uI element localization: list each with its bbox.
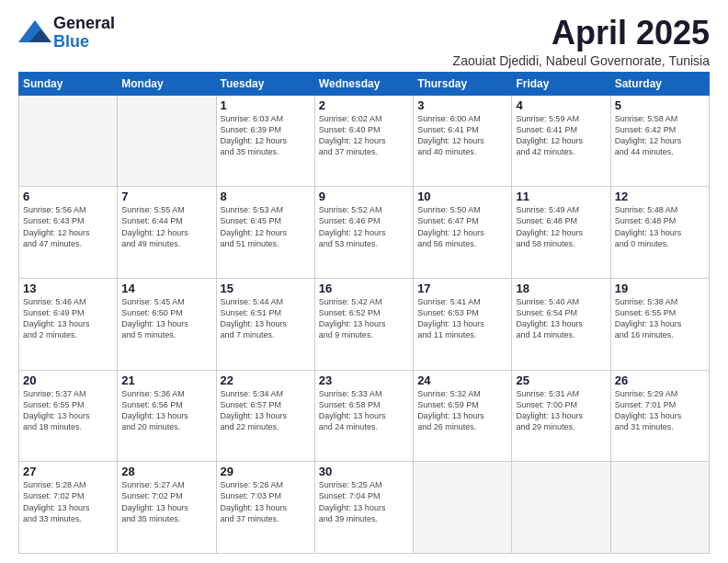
calendar-cell: 13Sunrise: 5:46 AM Sunset: 6:49 PM Dayli…: [19, 278, 118, 370]
page: General Blue April 2025 Zaouiat Djedidi,…: [0, 0, 728, 563]
day-info: Sunrise: 5:52 AM Sunset: 6:46 PM Dayligh…: [319, 204, 409, 249]
day-number: 2: [319, 98, 409, 112]
calendar-cell: 18Sunrise: 5:40 AM Sunset: 6:54 PM Dayli…: [512, 278, 610, 370]
day-number: 28: [121, 465, 211, 478]
day-number: 7: [121, 190, 211, 203]
day-info: Sunrise: 5:44 AM Sunset: 6:51 PM Dayligh…: [221, 296, 311, 341]
header: General Blue April 2025 Zaouiat Djedidi,…: [18, 15, 710, 68]
week-row-5: 27Sunrise: 5:28 AM Sunset: 7:02 PM Dayli…: [19, 462, 710, 554]
logo: General Blue: [18, 15, 115, 52]
day-number: 8: [221, 190, 311, 203]
day-info: Sunrise: 5:29 AM Sunset: 7:01 PM Dayligh…: [615, 388, 705, 433]
calendar-cell: 29Sunrise: 5:26 AM Sunset: 7:03 PM Dayli…: [216, 462, 314, 554]
week-row-1: 1Sunrise: 6:03 AM Sunset: 6:39 PM Daylig…: [19, 95, 710, 187]
calendar-cell: 14Sunrise: 5:45 AM Sunset: 6:50 PM Dayli…: [118, 278, 216, 370]
calendar-cell: 22Sunrise: 5:34 AM Sunset: 6:57 PM Dayli…: [216, 370, 314, 462]
day-info: Sunrise: 5:58 AM Sunset: 6:42 PM Dayligh…: [615, 113, 705, 158]
day-info: Sunrise: 5:48 AM Sunset: 6:48 PM Dayligh…: [615, 204, 705, 249]
day-info: Sunrise: 5:36 AM Sunset: 6:56 PM Dayligh…: [121, 388, 211, 433]
logo-icon: [18, 17, 51, 50]
day-number: 20: [23, 373, 113, 387]
subtitle: Zaouiat Djedidi, Nabeul Governorate, Tun…: [453, 53, 710, 68]
day-number: 18: [516, 282, 606, 295]
day-info: Sunrise: 5:31 AM Sunset: 7:00 PM Dayligh…: [516, 388, 606, 433]
title-block: April 2025 Zaouiat Djedidi, Nabeul Gover…: [453, 15, 710, 68]
day-number: 26: [615, 373, 705, 387]
day-number: 9: [319, 190, 409, 203]
calendar-cell: 21Sunrise: 5:36 AM Sunset: 6:56 PM Dayli…: [118, 370, 216, 462]
calendar-cell: 8Sunrise: 5:53 AM Sunset: 6:45 PM Daylig…: [216, 187, 314, 279]
day-number: 19: [615, 282, 705, 295]
day-number: 25: [516, 373, 606, 387]
day-number: 27: [23, 465, 113, 478]
calendar-cell: 20Sunrise: 5:37 AM Sunset: 6:55 PM Dayli…: [19, 370, 118, 462]
day-number: 4: [516, 98, 606, 112]
day-number: 14: [121, 282, 211, 295]
logo-blue: Blue: [53, 32, 89, 51]
calendar-header-row: Sunday Monday Tuesday Wednesday Thursday…: [19, 72, 710, 95]
week-row-2: 6Sunrise: 5:56 AM Sunset: 6:43 PM Daylig…: [19, 187, 710, 279]
week-row-3: 13Sunrise: 5:46 AM Sunset: 6:49 PM Dayli…: [19, 278, 710, 370]
day-info: Sunrise: 5:37 AM Sunset: 6:55 PM Dayligh…: [23, 388, 113, 433]
day-number: 30: [319, 465, 409, 478]
calendar-cell: [512, 462, 610, 554]
day-number: 23: [319, 373, 409, 387]
calendar-cell: 7Sunrise: 5:55 AM Sunset: 6:44 PM Daylig…: [118, 187, 216, 279]
calendar-cell: 25Sunrise: 5:31 AM Sunset: 7:00 PM Dayli…: [512, 370, 610, 462]
calendar-cell: 16Sunrise: 5:42 AM Sunset: 6:52 PM Dayli…: [314, 278, 413, 370]
calendar-table: Sunday Monday Tuesday Wednesday Thursday…: [18, 72, 710, 554]
day-info: Sunrise: 6:02 AM Sunset: 6:40 PM Dayligh…: [319, 113, 409, 158]
calendar-cell: 27Sunrise: 5:28 AM Sunset: 7:02 PM Dayli…: [19, 462, 118, 554]
calendar-cell: 4Sunrise: 5:59 AM Sunset: 6:41 PM Daylig…: [512, 95, 610, 187]
calendar-cell: 30Sunrise: 5:25 AM Sunset: 7:04 PM Dayli…: [314, 462, 413, 554]
day-info: Sunrise: 5:42 AM Sunset: 6:52 PM Dayligh…: [319, 296, 409, 341]
calendar-cell: 2Sunrise: 6:02 AM Sunset: 6:40 PM Daylig…: [314, 95, 413, 187]
day-number: 17: [417, 282, 507, 295]
calendar-cell: 10Sunrise: 5:50 AM Sunset: 6:47 PM Dayli…: [414, 187, 512, 279]
day-info: Sunrise: 5:41 AM Sunset: 6:53 PM Dayligh…: [417, 296, 507, 341]
calendar-cell: 24Sunrise: 5:32 AM Sunset: 6:59 PM Dayli…: [414, 370, 512, 462]
logo-general: General: [53, 14, 115, 32]
col-thursday: Thursday: [414, 72, 512, 95]
day-info: Sunrise: 5:38 AM Sunset: 6:55 PM Dayligh…: [615, 296, 705, 341]
day-info: Sunrise: 5:50 AM Sunset: 6:47 PM Dayligh…: [417, 204, 507, 249]
day-number: 5: [615, 98, 705, 112]
calendar-cell: 6Sunrise: 5:56 AM Sunset: 6:43 PM Daylig…: [19, 187, 118, 279]
calendar-cell: [610, 462, 709, 554]
week-row-4: 20Sunrise: 5:37 AM Sunset: 6:55 PM Dayli…: [19, 370, 710, 462]
calendar-cell: 19Sunrise: 5:38 AM Sunset: 6:55 PM Dayli…: [610, 278, 709, 370]
col-wednesday: Wednesday: [314, 72, 413, 95]
day-number: 15: [221, 282, 311, 295]
day-number: 10: [417, 190, 507, 203]
calendar-cell: [414, 462, 512, 554]
col-friday: Friday: [512, 72, 610, 95]
col-saturday: Saturday: [610, 72, 709, 95]
month-title: April 2025: [453, 15, 710, 52]
day-info: Sunrise: 5:25 AM Sunset: 7:04 PM Dayligh…: [319, 479, 409, 524]
day-info: Sunrise: 6:00 AM Sunset: 6:41 PM Dayligh…: [417, 113, 507, 158]
day-number: 12: [615, 190, 705, 203]
day-info: Sunrise: 5:33 AM Sunset: 6:58 PM Dayligh…: [319, 388, 409, 433]
day-number: 29: [221, 465, 311, 478]
day-info: Sunrise: 5:45 AM Sunset: 6:50 PM Dayligh…: [121, 296, 211, 341]
day-info: Sunrise: 5:55 AM Sunset: 6:44 PM Dayligh…: [121, 204, 211, 249]
calendar-cell: 3Sunrise: 6:00 AM Sunset: 6:41 PM Daylig…: [414, 95, 512, 187]
calendar-cell: 12Sunrise: 5:48 AM Sunset: 6:48 PM Dayli…: [610, 187, 709, 279]
calendar-cell: 15Sunrise: 5:44 AM Sunset: 6:51 PM Dayli…: [216, 278, 314, 370]
day-info: Sunrise: 5:53 AM Sunset: 6:45 PM Dayligh…: [221, 204, 311, 249]
day-number: 6: [23, 190, 113, 203]
calendar-cell: 5Sunrise: 5:58 AM Sunset: 6:42 PM Daylig…: [610, 95, 709, 187]
day-number: 11: [516, 190, 606, 203]
day-number: 13: [23, 282, 113, 295]
day-info: Sunrise: 5:49 AM Sunset: 6:48 PM Dayligh…: [516, 204, 606, 249]
calendar-cell: 17Sunrise: 5:41 AM Sunset: 6:53 PM Dayli…: [414, 278, 512, 370]
day-number: 21: [121, 373, 211, 387]
day-info: Sunrise: 5:46 AM Sunset: 6:49 PM Dayligh…: [23, 296, 113, 341]
day-info: Sunrise: 5:59 AM Sunset: 6:41 PM Dayligh…: [516, 113, 606, 158]
calendar-cell: 11Sunrise: 5:49 AM Sunset: 6:48 PM Dayli…: [512, 187, 610, 279]
calendar-cell: 23Sunrise: 5:33 AM Sunset: 6:58 PM Dayli…: [314, 370, 413, 462]
day-number: 24: [417, 373, 507, 387]
calendar-cell: 1Sunrise: 6:03 AM Sunset: 6:39 PM Daylig…: [216, 95, 314, 187]
day-info: Sunrise: 5:34 AM Sunset: 6:57 PM Dayligh…: [221, 388, 311, 433]
day-info: Sunrise: 5:26 AM Sunset: 7:03 PM Dayligh…: [221, 479, 311, 524]
